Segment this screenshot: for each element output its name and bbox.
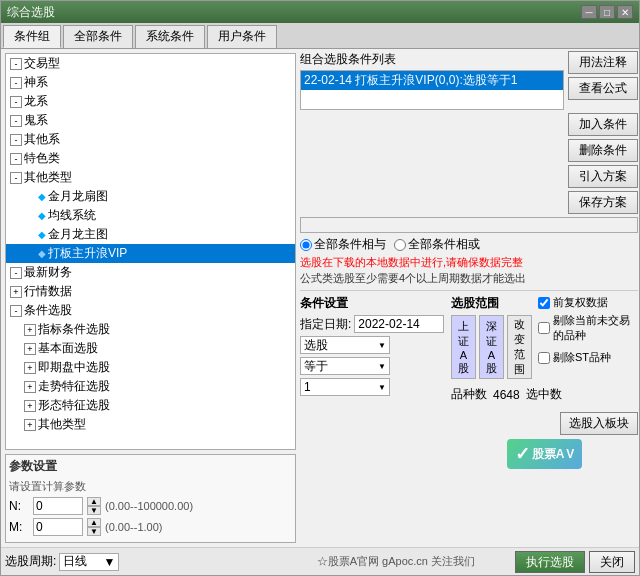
dropdown-equal-select[interactable]: 等于 ▼ — [300, 357, 390, 375]
expand-icon[interactable]: - — [10, 96, 22, 108]
tree-item-color[interactable]: - 特色类 — [6, 149, 295, 168]
n-range: (0.00--100000.00) — [105, 500, 193, 512]
tree-item-other-type2[interactable]: + 其他类型 — [6, 415, 295, 434]
tab-user-conditions[interactable]: 用户条件 — [207, 25, 277, 48]
tree-item-gui[interactable]: - 鬼系 — [6, 111, 295, 130]
dropdown-arrow-icon3: ▼ — [378, 383, 386, 392]
date-input[interactable] — [354, 315, 444, 333]
expand-icon[interactable]: + — [24, 400, 36, 412]
expand-icon[interactable]: - — [10, 153, 22, 165]
diamond-icon: ◆ — [38, 210, 46, 221]
website-text-area: ☆股票A官网 gApoc.cn 关注我们 — [119, 554, 515, 569]
remove-st2-checkbox[interactable] — [538, 352, 550, 364]
dropdown-value-select[interactable]: 1 ▼ — [300, 378, 390, 396]
n-spin-up[interactable]: ▲ — [87, 497, 101, 506]
tab-system-conditions[interactable]: 系统条件 — [135, 25, 205, 48]
execute-button[interactable]: 执行选股 — [515, 551, 585, 573]
tree-label: 其他类型 — [24, 169, 72, 186]
n-input[interactable] — [33, 497, 83, 515]
pre-rights-checkbox[interactable] — [538, 297, 550, 309]
m-spin-up[interactable]: ▲ — [87, 518, 101, 527]
m-spin-down[interactable]: ▼ — [87, 527, 101, 536]
param-m-row: M: ▲ ▼ (0.00--1.00) — [9, 518, 292, 536]
tree-label: 鬼系 — [24, 112, 48, 129]
expand-icon[interactable]: + — [24, 362, 36, 374]
condition-item-0[interactable]: 22-02-14 打板主升浪VIP(0,0):选股等于1 — [301, 71, 563, 90]
max-button[interactable]: □ — [599, 5, 615, 19]
remove-st2-label: 剔除ST品种 — [553, 350, 611, 365]
tree-item-market-data[interactable]: + 行情数据 — [6, 282, 295, 301]
sh-a-button[interactable]: 上证A股 — [451, 315, 476, 379]
radio-or[interactable] — [394, 239, 406, 251]
save-plan-button[interactable]: 保存方案 — [568, 191, 638, 214]
import-plan-button[interactable]: 引入方案 — [568, 165, 638, 188]
pre-rights-label: 前复权数据 — [553, 295, 608, 310]
tree-item-other-xi[interactable]: - 其他系 — [6, 130, 295, 149]
dropdown-arrow-icon2: ▼ — [378, 362, 386, 371]
date-label: 指定日期: — [300, 316, 351, 333]
condition-tree[interactable]: - 交易型 - 神系 - 龙系 - 鬼系 - 其他系 — [5, 53, 296, 450]
n-label: N: — [9, 499, 29, 513]
close-dialog-button[interactable]: 关闭 — [589, 551, 635, 573]
tree-item-jinyue-main[interactable]: ◆ 金月龙主图 — [6, 225, 295, 244]
expand-icon[interactable]: + — [24, 343, 36, 355]
expand-icon[interactable]: - — [10, 267, 22, 279]
change-range-button[interactable]: 改变范围 — [507, 315, 532, 379]
close-button[interactable]: ✕ — [617, 5, 633, 19]
tree-item-junxian[interactable]: ◆ 均线系统 — [6, 206, 295, 225]
expand-icon[interactable]: - — [10, 58, 22, 70]
radio-and[interactable] — [300, 239, 312, 251]
radio-or-label[interactable]: 全部条件相或 — [394, 236, 480, 253]
remove-st-checkbox[interactable] — [538, 322, 550, 334]
tree-item-fundamental[interactable]: + 基本面选股 — [6, 339, 295, 358]
tree-item-shen[interactable]: - 神系 — [6, 73, 295, 92]
diamond-icon: ◆ — [38, 191, 46, 202]
expand-icon[interactable]: - — [10, 134, 22, 146]
tree-item-long[interactable]: - 龙系 — [6, 92, 295, 111]
period-dropdown[interactable]: 日线 ▼ — [59, 553, 119, 571]
radio-and-label[interactable]: 全部条件相与 — [300, 236, 386, 253]
tree-item-finance[interactable]: - 最新财务 — [6, 263, 295, 282]
view-formula-button[interactable]: 查看公式 — [568, 77, 638, 100]
min-button[interactable]: ─ — [581, 5, 597, 19]
condition-list: 22-02-14 打板主升浪VIP(0,0):选股等于1 — [300, 70, 564, 110]
period-arrow-icon: ▼ — [103, 555, 115, 569]
tab-all-conditions[interactable]: 全部条件 — [63, 25, 133, 48]
tree-item-pattern[interactable]: + 形态特征选股 — [6, 396, 295, 415]
expand-icon[interactable]: - — [10, 115, 22, 127]
params-subtitle: 请设置计算参数 — [9, 479, 292, 494]
condition-settings-section: 条件设置 指定日期: 选股 ▼ 等于 ▼ — [300, 295, 445, 399]
m-label: M: — [9, 520, 29, 534]
plate-button[interactable]: 选股入板块 — [560, 412, 638, 435]
right-panel: 组合选股条件列表 22-02-14 打板主升浪VIP(0,0):选股等于1 用法… — [300, 51, 638, 545]
cond-row-1: 选股 ▼ — [300, 336, 445, 354]
delete-condition-button[interactable]: 删除条件 — [568, 139, 638, 162]
tree-item-other-type[interactable]: - 其他类型 — [6, 168, 295, 187]
tree-item-jinyue-fan[interactable]: ◆ 金月龙扇图 — [6, 187, 295, 206]
tab-condition-group[interactable]: 条件组 — [3, 25, 61, 48]
tree-item-daban-vip[interactable]: ◆ 打板主升浪VIP — [6, 244, 295, 263]
expand-icon[interactable]: - — [10, 172, 22, 184]
condition-settings-title: 条件设置 — [300, 295, 445, 312]
usage-note-button[interactable]: 用法注释 — [568, 51, 638, 74]
expand-icon[interactable]: + — [24, 324, 36, 336]
tree-item-intraday[interactable]: + 即期盘中选股 — [6, 358, 295, 377]
expand-icon[interactable]: + — [24, 419, 36, 431]
n-spin-down[interactable]: ▼ — [87, 506, 101, 515]
stock-range-section: 选股范围 上证A股 深证A股 改变范围 — [451, 295, 532, 382]
tree-item-index-condition[interactable]: + 指标条件选股 — [6, 320, 295, 339]
m-input[interactable] — [33, 518, 83, 536]
pre-rights-row: 前复权数据 — [538, 295, 638, 310]
sz-a-button[interactable]: 深证A股 — [479, 315, 504, 379]
tab-bar: 条件组 全部条件 系统条件 用户条件 — [1, 23, 639, 49]
add-condition-button[interactable]: 加入条件 — [568, 113, 638, 136]
period-value: 日线 — [63, 553, 87, 570]
expand-icon[interactable]: + — [10, 286, 22, 298]
tree-item-trading[interactable]: - 交易型 — [6, 54, 295, 73]
tree-item-condition-stock[interactable]: - 条件选股 — [6, 301, 295, 320]
dropdown-stock-select[interactable]: 选股 ▼ — [300, 336, 390, 354]
expand-icon[interactable]: + — [24, 381, 36, 393]
tree-item-trend[interactable]: + 走势特征选股 — [6, 377, 295, 396]
expand-icon[interactable]: - — [10, 77, 22, 89]
expand-icon[interactable]: - — [10, 305, 22, 317]
